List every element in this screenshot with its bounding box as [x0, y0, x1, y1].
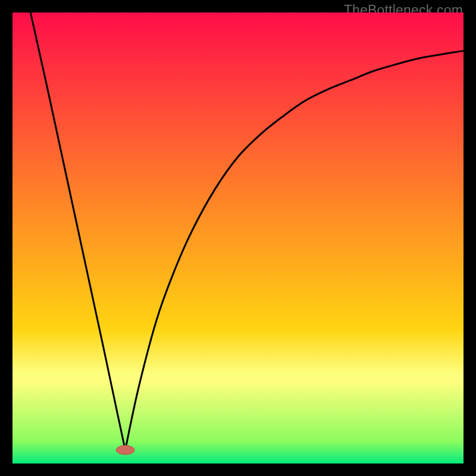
plot-area — [12, 12, 464, 464]
chart-frame: TheBottleneck.com — [0, 0, 476, 476]
minimum-marker — [116, 446, 134, 455]
bottleneck-chart — [12, 12, 464, 464]
